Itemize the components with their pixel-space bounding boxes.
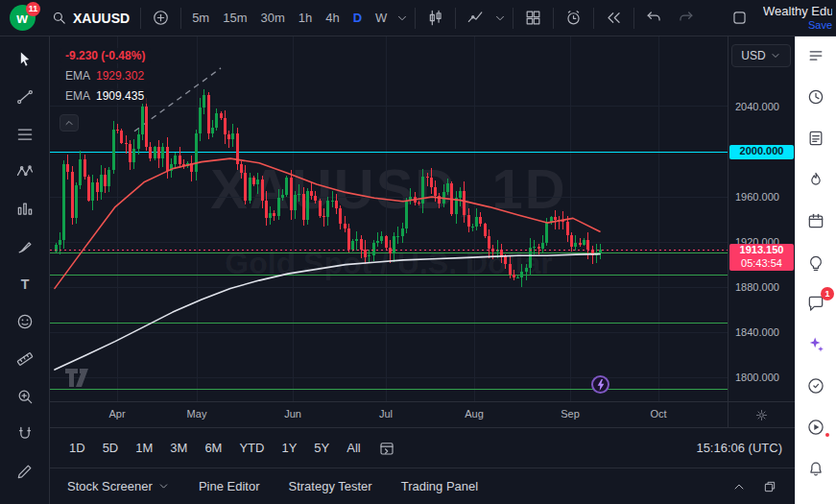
price-chart[interactable]: XAUUSD, 1D Gold Spot / U.S. Dollar -9.23… bbox=[50, 36, 728, 401]
chevron-up-icon bbox=[731, 479, 747, 494]
time-axis-month-label[interactable]: Jun bbox=[284, 408, 301, 420]
time-axis-month-label[interactable]: Sep bbox=[561, 408, 580, 420]
calendar-button[interactable] bbox=[803, 210, 828, 231]
timeframe-4h-button[interactable]: 4h bbox=[319, 5, 346, 32]
trend-line-tool-button[interactable] bbox=[11, 84, 39, 110]
fib-retracement-tool-button[interactable] bbox=[11, 121, 39, 148]
time-axis-month-label[interactable]: Jul bbox=[379, 408, 393, 420]
price-axis[interactable]: USD 2000.000 1913.150 05:43:54 2040.0002… bbox=[728, 36, 795, 401]
footer-tab-label: Trading Panel bbox=[401, 479, 478, 493]
price-change-value: -9.230 (-0.48%) bbox=[65, 49, 145, 62]
timeframe-15m-button[interactable]: 15m bbox=[216, 5, 253, 32]
indicator-name: EMA bbox=[65, 89, 90, 103]
indicators-dropdown-button[interactable] bbox=[491, 5, 509, 32]
toolbar-separator bbox=[513, 8, 514, 29]
timeframe-d-button[interactable]: D bbox=[346, 5, 369, 32]
legend-collapse-button[interactable] bbox=[60, 114, 79, 132]
ideas-bulb-button[interactable] bbox=[803, 252, 828, 273]
zoom-tool-button[interactable] bbox=[11, 383, 39, 410]
range-5d-button[interactable]: 5D bbox=[95, 436, 127, 461]
brush-tool-button[interactable] bbox=[11, 233, 39, 260]
news-button[interactable] bbox=[803, 128, 828, 149]
tab-pine-editor[interactable]: Pine Editor bbox=[199, 479, 260, 493]
range-5y-button[interactable]: 5Y bbox=[306, 436, 337, 461]
indicator-legend-row[interactable]: EMA 1909.435 bbox=[60, 88, 150, 104]
tradingview-watermark-logo[interactable] bbox=[65, 369, 94, 390]
timeframe-1h-button[interactable]: 1h bbox=[292, 5, 319, 32]
range-all-button[interactable]: All bbox=[339, 436, 368, 461]
range-6m-button[interactable]: 6M bbox=[197, 436, 229, 461]
ruler-tool-button[interactable] bbox=[11, 346, 39, 372]
save-link[interactable]: Save bbox=[808, 19, 832, 32]
save-layout-button[interactable] bbox=[724, 5, 755, 32]
layout-grid-button[interactable] bbox=[517, 5, 549, 32]
ideas-bulb-icon bbox=[806, 252, 825, 272]
symbol-search-button[interactable]: XAUUSD bbox=[44, 5, 136, 32]
drawing-toolbar: T bbox=[0, 36, 50, 504]
candlestick-plot[interactable] bbox=[50, 36, 728, 401]
timeframe-dropdown-button[interactable] bbox=[394, 5, 411, 32]
range-group: 1D5D1M3M6MYTD1Y5YAll bbox=[61, 436, 369, 461]
range-ytd-button[interactable]: YTD bbox=[231, 436, 272, 461]
range-1y-button[interactable]: 1Y bbox=[274, 436, 304, 461]
tab-stock-screener[interactable]: Stock Screener bbox=[67, 479, 170, 493]
timeframe-30m-button[interactable]: 30m bbox=[253, 5, 291, 32]
range-1d-button[interactable]: 1D bbox=[61, 436, 93, 461]
alert-button[interactable] bbox=[558, 5, 589, 32]
chevron-up-icon bbox=[63, 117, 75, 129]
account-area[interactable]: Wealthy Edu Save bbox=[763, 5, 832, 32]
range-1m-button[interactable]: 1M bbox=[128, 436, 160, 461]
calendar-icon bbox=[806, 211, 825, 230]
currency-selector[interactable]: USD bbox=[731, 44, 791, 67]
indicator-legend-row[interactable]: EMA 1929.302 bbox=[60, 68, 150, 84]
edit-pencil-icon bbox=[15, 462, 35, 481]
watchlist-button[interactable] bbox=[803, 45, 828, 66]
tab-trading-panel[interactable]: Trading Panel bbox=[401, 479, 478, 493]
panel-collapse-button[interactable] bbox=[731, 479, 747, 494]
tab-strategy-tester[interactable]: Strategy Tester bbox=[288, 479, 371, 493]
undo-button[interactable] bbox=[638, 5, 670, 32]
time-axis-month-label[interactable]: Aug bbox=[465, 408, 484, 420]
chart-type-button[interactable] bbox=[419, 5, 451, 32]
time-axis-month-label[interactable]: Oct bbox=[650, 408, 666, 420]
time-axis-month-label[interactable]: May bbox=[187, 408, 207, 420]
timeframe-5m-button[interactable]: 5m bbox=[185, 5, 216, 32]
footer-tab-label: Stock Screener bbox=[67, 479, 153, 493]
emoji-tool-button[interactable] bbox=[11, 308, 39, 335]
cursor-tool-button[interactable] bbox=[11, 46, 39, 73]
xabcd-pattern-tool-button[interactable] bbox=[11, 158, 39, 185]
price-axis-label: 2040.000 bbox=[735, 101, 779, 112]
idea-marker[interactable] bbox=[591, 375, 609, 394]
indicators-button[interactable] bbox=[460, 5, 491, 32]
magnet-tool-button[interactable] bbox=[11, 420, 39, 447]
trend-line-icon bbox=[15, 87, 35, 107]
hotlist-flame-button[interactable] bbox=[803, 169, 828, 190]
live-play-button[interactable] bbox=[803, 417, 828, 438]
indicator-value: 1909.435 bbox=[96, 89, 144, 103]
time-axis-month-label[interactable]: Apr bbox=[108, 408, 125, 420]
price-axis-label: 1840.000 bbox=[735, 326, 779, 338]
streams-button[interactable] bbox=[803, 375, 828, 396]
prediction-tool-button[interactable] bbox=[11, 196, 39, 223]
search-icon bbox=[51, 10, 67, 26]
time-axis-labels[interactable]: AprMayJunJulAugSepOct bbox=[50, 402, 728, 427]
range-3m-button[interactable]: 3M bbox=[162, 436, 195, 461]
brush-icon bbox=[15, 237, 35, 256]
app-logo[interactable]: w 11 bbox=[0, 0, 44, 36]
plus-circle-icon bbox=[152, 9, 170, 27]
edit-pencil-tool-button[interactable] bbox=[11, 458, 39, 485]
bar-replay-button[interactable] bbox=[598, 5, 630, 32]
gear-icon[interactable] bbox=[754, 408, 769, 422]
text-tool-tool-button[interactable]: T bbox=[11, 271, 39, 298]
chat-button[interactable]: 1 bbox=[803, 293, 828, 314]
ai-sparkle-button[interactable] bbox=[803, 334, 828, 355]
alert-clock-button[interactable] bbox=[803, 86, 828, 108]
bell-button[interactable] bbox=[803, 458, 828, 479]
compare-add-button[interactable] bbox=[145, 5, 177, 32]
calendar-goto-icon bbox=[378, 440, 395, 457]
timeframe-w-button[interactable]: W bbox=[369, 5, 394, 32]
go-to-date-button[interactable] bbox=[378, 440, 395, 457]
panel-maximize-button[interactable] bbox=[762, 479, 777, 494]
chart-legend: -9.230 (-0.48%) EMA 1929.302 EMA 1909.43… bbox=[60, 48, 151, 132]
redo-button[interactable] bbox=[670, 5, 702, 32]
